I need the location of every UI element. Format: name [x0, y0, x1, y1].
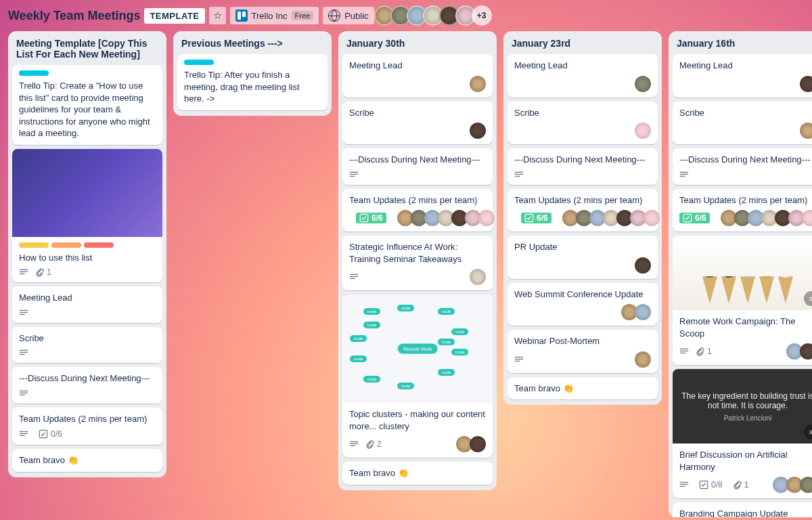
card-title: Meeting Lead	[514, 60, 651, 72]
avatar[interactable]	[635, 76, 651, 92]
card-members[interactable]	[803, 123, 812, 139]
list-title[interactable]: Previous Meetings --->	[173, 31, 332, 53]
card-badges	[349, 170, 486, 179]
more-members-button[interactable]: +3	[472, 5, 492, 26]
card-title: Scribe	[514, 107, 651, 119]
card[interactable]: Meeting Lead	[12, 286, 162, 323]
card[interactable]: Scribe	[673, 102, 812, 145]
card-title: Web Summit Conference Update	[514, 288, 651, 301]
card-members[interactable]	[723, 210, 812, 226]
card[interactable]: ---Discuss During Next Meeting---	[508, 148, 658, 185]
card[interactable]: Team bravo 👏	[508, 377, 658, 400]
list[interactable]: January 23rdMeeting LeadScribe---Discuss…	[503, 31, 662, 405]
avatar[interactable]	[800, 343, 812, 360]
avatar[interactable]	[470, 436, 486, 452]
avatar[interactable]	[635, 257, 651, 274]
board-title[interactable]: Weekly Team Meetings	[8, 9, 140, 23]
label-yellow[interactable]	[19, 242, 49, 248]
list-title[interactable]: January 30th	[338, 31, 497, 53]
card-title: Topic clusters - making our content more…	[349, 408, 486, 432]
card-members[interactable]	[637, 76, 651, 92]
card[interactable]: Strategic Influence At Work: Training Se…	[342, 236, 493, 290]
card-members[interactable]	[400, 210, 495, 226]
description-icon	[349, 272, 359, 282]
card[interactable]: Scribe	[342, 102, 493, 145]
avatar[interactable]	[644, 210, 660, 226]
board-canvas[interactable]: Meeting Template [Copy This List For Eac…	[0, 31, 812, 520]
card-members[interactable]	[472, 269, 486, 285]
card[interactable]: Scribe	[12, 327, 162, 364]
board-members[interactable]: +3	[378, 5, 492, 26]
label-cyan[interactable]	[184, 60, 214, 65]
avatar[interactable]	[800, 76, 812, 92]
card-labels[interactable]	[184, 60, 321, 65]
avatar[interactable]	[470, 76, 486, 92]
card[interactable]: ---Discuss During Next Meeting---	[342, 148, 493, 185]
card[interactable]: Team Updates (2 mins per team) 0/6	[12, 408, 162, 446]
list[interactable]: January 16thMeeting LeadScribe---Discuss…	[669, 31, 812, 517]
card[interactable]: How to use this list 1	[12, 149, 162, 283]
card-members[interactable]	[637, 123, 651, 139]
description-icon	[349, 170, 359, 179]
visibility-chip[interactable]: Public	[323, 7, 374, 24]
list[interactable]: Meeting Template [Copy This List For Eac…	[8, 31, 166, 477]
card-title: How to use this list	[19, 252, 156, 264]
template-chip[interactable]: TEMPLATE	[144, 8, 204, 24]
card[interactable]: Meeting Lead	[673, 54, 812, 98]
card-badges	[514, 170, 651, 179]
board-header: Weekly Team Meetings TEMPLATE ☆ Trello I…	[0, 0, 812, 31]
card[interactable]: Team bravo 👏	[342, 462, 493, 485]
card[interactable]: Team Updates (2 mins per team) 6/6	[673, 189, 812, 232]
card-members[interactable]	[459, 436, 486, 452]
card-members[interactable]	[775, 477, 812, 493]
card[interactable]: Scribe	[508, 102, 658, 145]
label-orange[interactable]	[51, 242, 81, 248]
attachment-badge: 2	[365, 439, 382, 449]
card[interactable]: ---Discuss During Next Meeting---	[673, 148, 812, 185]
avatar[interactable]	[635, 123, 651, 139]
avatar[interactable]	[470, 269, 486, 285]
avatar[interactable]	[635, 304, 651, 320]
card[interactable]: Team Updates (2 mins per team) 6/6	[508, 189, 658, 232]
list-title[interactable]: January 23rd	[503, 31, 662, 53]
card[interactable]: PR Update	[508, 236, 658, 279]
list-title[interactable]: January 16th	[669, 31, 812, 53]
card[interactable]: Trello Tip: After you finish a meeting, …	[177, 54, 328, 110]
star-button[interactable]: ☆	[209, 7, 226, 24]
card[interactable]: ≡Remote Work Campaign: The Scoop 1	[673, 236, 812, 365]
avatar[interactable]	[478, 210, 495, 226]
card-members[interactable]	[624, 304, 651, 320]
card-members[interactable]	[637, 257, 651, 274]
card-members[interactable]	[565, 210, 660, 226]
card[interactable]: Team Updates (2 mins per team) 6/6	[342, 189, 493, 232]
card[interactable]: Remote Worknodenodenodenodenodenodenoden…	[342, 295, 493, 458]
card-members[interactable]	[472, 76, 486, 92]
card[interactable]: Meeting Lead	[508, 54, 658, 98]
card-members[interactable]	[789, 343, 812, 360]
card-title: Remote Work Campaign: The Scoop	[679, 316, 812, 339]
avatar[interactable]	[802, 210, 812, 226]
card[interactable]: Trello Tip: Create a "How to use this li…	[12, 65, 162, 145]
card-members[interactable]	[803, 76, 812, 92]
list[interactable]: January 30thMeeting LeadScribe---Discuss…	[338, 31, 497, 490]
card[interactable]: The key ingredient to building trust is …	[673, 369, 812, 498]
card[interactable]: Webinar Post-Mortem	[508, 330, 658, 373]
avatar[interactable]	[470, 123, 486, 139]
avatar[interactable]	[635, 351, 651, 368]
list[interactable]: Previous Meetings --->Trello Tip: After …	[173, 31, 332, 116]
card[interactable]: Meeting Lead	[342, 54, 493, 98]
avatar[interactable]	[800, 123, 812, 139]
card-labels[interactable]	[19, 70, 156, 76]
label-cyan[interactable]	[19, 70, 49, 76]
card-members[interactable]	[637, 351, 651, 368]
list-title[interactable]: Meeting Template [Copy This List For Eac…	[8, 31, 166, 64]
card[interactable]: Team bravo 👏	[12, 449, 162, 472]
card[interactable]: ---Discuss During Next Meeting---	[12, 367, 162, 404]
card-labels[interactable]	[19, 242, 156, 248]
label-red[interactable]	[84, 242, 114, 248]
card[interactable]: Web Summit Conference Update	[508, 283, 658, 326]
card-members[interactable]	[472, 123, 486, 139]
workspace-chip[interactable]: Trello Inc Free	[230, 7, 319, 24]
card[interactable]: Branding Campaign Update	[673, 502, 812, 517]
avatar[interactable]	[800, 477, 812, 493]
